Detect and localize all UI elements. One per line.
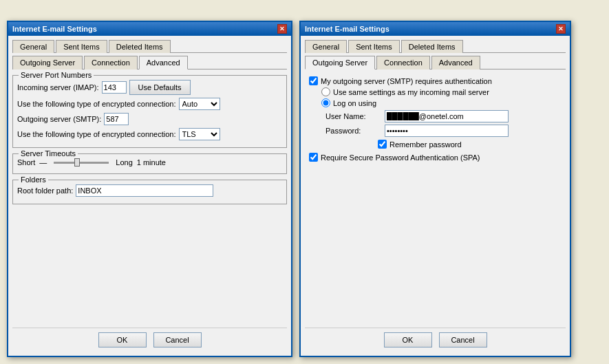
require-spa-row: Require Secure Password Authentication (… <box>309 153 562 162</box>
encrypted-select2[interactable]: TLS <box>179 128 220 140</box>
username-label: User Name: <box>325 112 381 120</box>
right-tabs-row2: Outgoing Server Connection Advanced <box>305 56 566 69</box>
folders-section: Folders Root folder path: <box>12 180 287 204</box>
tab-deleted-items-left[interactable]: Deleted Items <box>109 40 171 53</box>
server-port-label: Server Port Numbers <box>19 71 94 79</box>
log-on-row: Log on using <box>321 98 562 107</box>
tab-general-left[interactable]: General <box>12 40 54 53</box>
tab-outgoing-server-left[interactable]: Outgoing Server <box>12 56 83 69</box>
left-dialog-titlebar: Internet E-mail Settings ✕ <box>8 22 291 36</box>
same-settings-label: Use same settings as my incoming mail se… <box>333 88 489 96</box>
tab-advanced-right[interactable]: Advanced <box>431 56 480 69</box>
left-ok-button[interactable]: OK <box>98 332 147 347</box>
root-folder-label: Root folder path: <box>17 186 73 195</box>
right-dialog-footer: OK Cancel <box>305 328 566 352</box>
encrypted-conn-label1: Use the following type of encrypted conn… <box>17 100 176 108</box>
left-dialog-title: Internet E-mail Settings <box>12 25 97 33</box>
same-settings-radio[interactable] <box>321 87 330 96</box>
root-folder-input[interactable] <box>76 184 213 197</box>
timeout-value: 1 minute <box>137 158 166 167</box>
server-timeouts-section: Server Timeouts Short — Long 1 minute <box>12 153 287 174</box>
tab-deleted-items-right[interactable]: Deleted Items <box>401 40 463 53</box>
left-tabs-row1: General Sent Items Deleted Items <box>12 40 287 53</box>
use-defaults-button[interactable]: Use Defaults <box>129 80 191 95</box>
encrypted-conn-row2: Use the following type of encrypted conn… <box>17 128 282 140</box>
outgoing-label: Outgoing server (SMTP): <box>17 115 101 123</box>
tab-sent-items-right[interactable]: Sent Items <box>348 40 400 53</box>
left-cancel-button[interactable]: Cancel <box>153 332 202 347</box>
require-spa-checkbox[interactable] <box>309 153 318 162</box>
tab-sent-items-left[interactable]: Sent Items <box>56 40 107 53</box>
logon-table: User Name: Password: <box>325 110 562 137</box>
timeout-short-label: Short <box>17 158 35 167</box>
timeout-slider-thumb[interactable] <box>74 158 80 167</box>
right-dialog-titlebar: Internet E-mail Settings ✕ <box>301 22 570 36</box>
smtp-auth-row: My outgoing server (SMTP) requires authe… <box>309 76 562 85</box>
left-dialog: Internet E-mail Settings ✕ General Sent … <box>7 21 292 357</box>
right-dialog-content: General Sent Items Deleted Items Outgoin… <box>301 36 570 356</box>
password-label: Password: <box>325 127 381 135</box>
log-on-label: Log on using <box>333 99 376 107</box>
left-tabs-row2: Outgoing Server Connection Advanced <box>12 56 287 69</box>
remember-password-row: Remember password <box>378 140 562 149</box>
right-dialog: Internet E-mail Settings ✕ General Sent … <box>299 21 571 357</box>
timeout-dash: — <box>39 158 47 167</box>
right-ok-button[interactable]: OK <box>384 332 432 347</box>
left-dialog-content: General Sent Items Deleted Items Outgoin… <box>8 36 291 356</box>
log-on-radio[interactable] <box>321 98 330 107</box>
outgoing-server-content: My outgoing server (SMTP) requires authe… <box>305 72 566 168</box>
folders-label: Folders <box>19 175 48 184</box>
tab-connection-right[interactable]: Connection <box>376 56 430 69</box>
remember-password-label: Remember password <box>389 140 462 149</box>
timeout-long-label: Long <box>116 158 132 167</box>
incoming-label: Incoming server (IMAP): <box>17 83 99 92</box>
right-tabs-row1: General Sent Items Deleted Items <box>305 40 566 53</box>
left-dialog-footer: OK Cancel <box>12 328 287 352</box>
require-spa-label: Require Secure Password Authentication (… <box>321 153 480 162</box>
tab-general-right[interactable]: General <box>305 40 347 53</box>
tab-outgoing-server-right[interactable]: Outgoing Server <box>305 56 375 69</box>
encrypted-select1[interactable]: Auto <box>179 98 220 110</box>
tab-advanced-left[interactable]: Advanced <box>139 56 188 69</box>
right-cancel-button[interactable]: Cancel <box>439 332 487 347</box>
same-settings-row: Use same settings as my incoming mail se… <box>321 87 562 96</box>
incoming-value-input[interactable] <box>102 81 127 94</box>
server-port-section: Server Port Numbers Incoming server (IMA… <box>12 75 287 148</box>
timeout-slider-row: Short — Long 1 minute <box>17 158 282 167</box>
left-close-button[interactable]: ✕ <box>277 24 287 34</box>
root-folder-row: Root folder path: <box>17 184 282 197</box>
server-timeouts-label: Server Timeouts <box>19 149 78 158</box>
remember-password-checkbox[interactable] <box>378 140 387 149</box>
timeout-slider-track[interactable] <box>54 162 109 164</box>
encrypted-conn-label2: Use the following type of encrypted conn… <box>17 130 176 138</box>
smtp-auth-label: My outgoing server (SMTP) requires authe… <box>321 77 492 85</box>
password-input[interactable] <box>385 125 509 137</box>
tab-connection-left[interactable]: Connection <box>84 56 138 69</box>
outgoing-server-row: Outgoing server (SMTP): <box>17 113 282 125</box>
encrypted-conn-row1: Use the following type of encrypted conn… <box>17 98 282 110</box>
right-dialog-title: Internet E-mail Settings <box>305 25 389 33</box>
username-input[interactable] <box>385 110 509 122</box>
outgoing-value-input[interactable] <box>104 113 129 125</box>
incoming-server-row: Incoming server (IMAP): Use Defaults <box>17 80 282 95</box>
right-close-button[interactable]: ✕ <box>556 24 566 34</box>
smtp-auth-checkbox[interactable] <box>309 76 318 85</box>
